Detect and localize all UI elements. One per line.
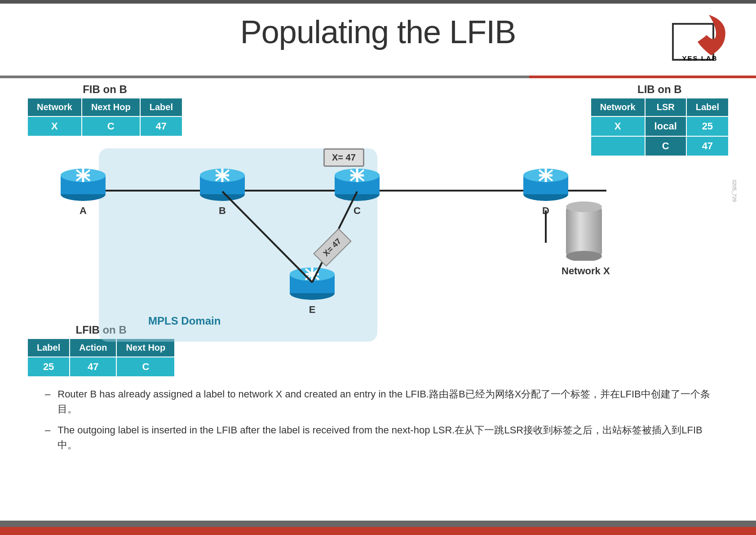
bottom-bar-gray [0, 521, 756, 527]
fib-title: FIB on B [27, 83, 183, 96]
lib-header-label: Label [686, 98, 729, 116]
fib-row1-network: X [27, 116, 82, 136]
router-e-icon [287, 261, 337, 301]
router-d-label: D [542, 205, 549, 217]
router-c-icon [332, 162, 382, 202]
horizontal-divider [0, 76, 756, 78]
lib-title: LIB on B [590, 83, 729, 96]
router-b-label: B [219, 205, 226, 217]
bottom-bar-red [0, 527, 756, 535]
svg-rect-39 [566, 207, 602, 256]
bullet-item-2: – The outgoing label is inserted in the … [45, 423, 720, 452]
lib-row1-lsr: local [645, 116, 686, 136]
lfib-header-label: Label [27, 339, 70, 357]
lfib-row1-action: 47 [70, 357, 116, 377]
bullet-points: – Router B has already assigned a label … [45, 387, 720, 508]
router-c: C [332, 162, 382, 217]
bullet-text-2: The outgoing label is inserted in the LF… [57, 423, 720, 452]
lib-row2-network [591, 136, 645, 156]
lib-row1-label: 25 [686, 116, 729, 136]
mpls-domain-label: MPLS Domain [148, 315, 221, 327]
bullet-dash-1: – [45, 387, 50, 401]
lib-table: LIB on B Network LSR Label X local 25 C … [590, 83, 729, 156]
bullet-dash-2: – [45, 423, 50, 437]
lib-row2-label: 47 [686, 136, 729, 156]
router-e: E [287, 261, 337, 316]
yes-lab-logo: YES LAB [671, 13, 729, 62]
router-a: A [58, 162, 108, 217]
router-b-icon [198, 162, 247, 202]
svg-point-40 [566, 201, 602, 212]
page-title: Populating the LFIB [0, 13, 756, 50]
network-x-group: Network X [561, 198, 610, 277]
lib-row1-network: X [591, 116, 645, 136]
fib-row1-nexthop: C [82, 116, 140, 136]
fib-row1-label: 47 [140, 116, 182, 136]
network-x-cylinder [561, 198, 606, 261]
fib-header-label: Label [140, 98, 182, 116]
router-a-label: A [80, 205, 87, 217]
fib-header-network: Network [27, 98, 82, 116]
lfib-row1-nexthop: C [116, 357, 175, 377]
lfib-data-table: Label Action Next Hop 25 47 C [27, 338, 175, 377]
lib-header-lsr: LSR [645, 98, 686, 116]
bullet-item-1: – Router B has already assigned a label … [45, 387, 720, 416]
router-a-icon [58, 162, 108, 202]
router-c-label: C [354, 205, 361, 217]
lib-data-table: Network LSR Label X local 25 C 47 [590, 98, 729, 156]
lib-header-network: Network [591, 98, 645, 116]
fib-data-table: Network Next Hop Label X C 47 [27, 98, 183, 137]
fib-table: FIB on B Network Next Hop Label X C 47 [27, 83, 183, 137]
x47-top-label: X= 47 [323, 148, 364, 167]
top-accent-bar [0, 0, 756, 4]
network-x-label: Network X [561, 265, 610, 277]
fib-header-nexthop: Next Hop [82, 98, 140, 116]
bullet-text-1: Router B has already assigned a label to… [57, 387, 720, 416]
watermark: 0205_729 [732, 180, 737, 202]
router-e-label: E [309, 304, 316, 316]
router-d-icon [521, 162, 570, 202]
lib-row2-lsr: C [645, 136, 686, 156]
lfib-row1-label: 25 [27, 357, 70, 377]
yes-lab-text: YES LAB [671, 54, 729, 62]
router-b: B [198, 162, 247, 217]
